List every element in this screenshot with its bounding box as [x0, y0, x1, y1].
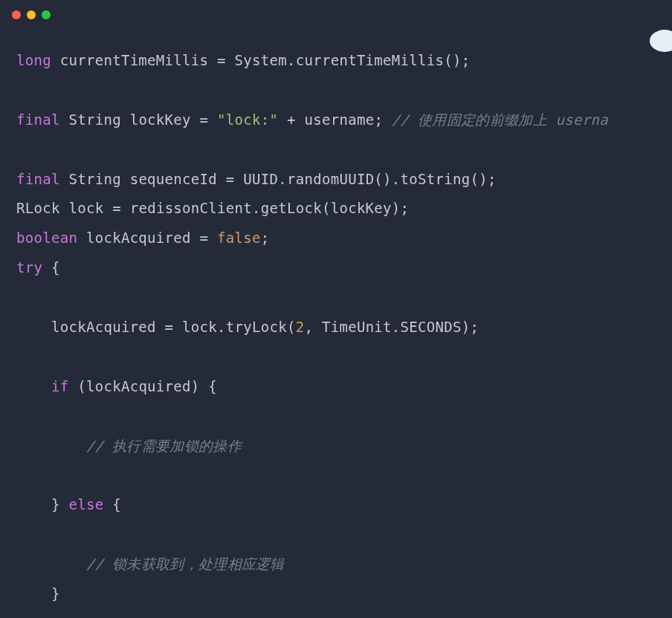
comment: // 使用固定的前缀加上 userna [392, 111, 608, 128]
minimize-icon[interactable] [27, 10, 36, 19]
keyword-if: if [51, 378, 68, 394]
type: String [68, 111, 120, 128]
string-literal: "lock:" [217, 111, 278, 128]
identifier: currentTimeMillis [60, 52, 209, 68]
semicolon: ; [471, 319, 479, 335]
keyword-boolean: boolean [16, 230, 77, 246]
type: RLock [16, 200, 60, 216]
semicolon: ; [374, 111, 383, 128]
keyword-final: final [16, 171, 60, 187]
identifier: username [305, 111, 375, 128]
identifier: lockAcquired [86, 230, 191, 246]
expression: lock.tryLock( [182, 319, 296, 335]
operator: = [200, 230, 209, 246]
condition: (lockAcquired) [77, 378, 199, 394]
brace-close: } [51, 496, 60, 513]
operator: = [112, 200, 121, 216]
identifier: lock [68, 200, 103, 216]
identifier: lockAcquired [51, 319, 156, 335]
code-block: long currentTimeMillis = System.currentT… [0, 30, 672, 618]
expression: UUID.randomUUID().toString() [243, 171, 488, 187]
operator: = [165, 319, 174, 335]
brace-open: { [208, 378, 217, 394]
keyword-final: final [16, 111, 60, 128]
number-literal: 2 [296, 319, 305, 335]
keyword-else: else [68, 496, 103, 513]
brace-close: } [51, 585, 60, 602]
zoom-icon[interactable] [42, 10, 51, 19]
identifier: sequenceId [130, 171, 217, 187]
brace-open: { [112, 496, 121, 513]
operator: = [217, 52, 226, 68]
boolean-literal: false [217, 230, 261, 246]
keyword-long: long [16, 52, 51, 68]
close-icon[interactable] [12, 10, 21, 19]
identifier: lockKey [130, 111, 191, 128]
brace-open: { [51, 259, 60, 276]
operator: = [200, 111, 209, 128]
comment: // 执行需要加锁的操作 [86, 438, 242, 454]
window-titlebar [0, 0, 672, 30]
expression: redissonClient.getLock(lockKey) [130, 200, 401, 216]
type: String [68, 171, 120, 187]
operator: = [226, 171, 235, 187]
semicolon: ; [401, 200, 410, 216]
expression: , TimeUnit.SECONDS) [304, 319, 470, 335]
keyword-try: try [16, 259, 42, 276]
expression: System.currentTimeMillis() [235, 52, 462, 68]
comment: // 锁未获取到，处理相应逻辑 [86, 556, 285, 572]
semicolon: ; [462, 52, 471, 68]
semicolon: ; [261, 230, 270, 246]
semicolon: ; [488, 171, 497, 187]
operator: + [287, 111, 296, 128]
